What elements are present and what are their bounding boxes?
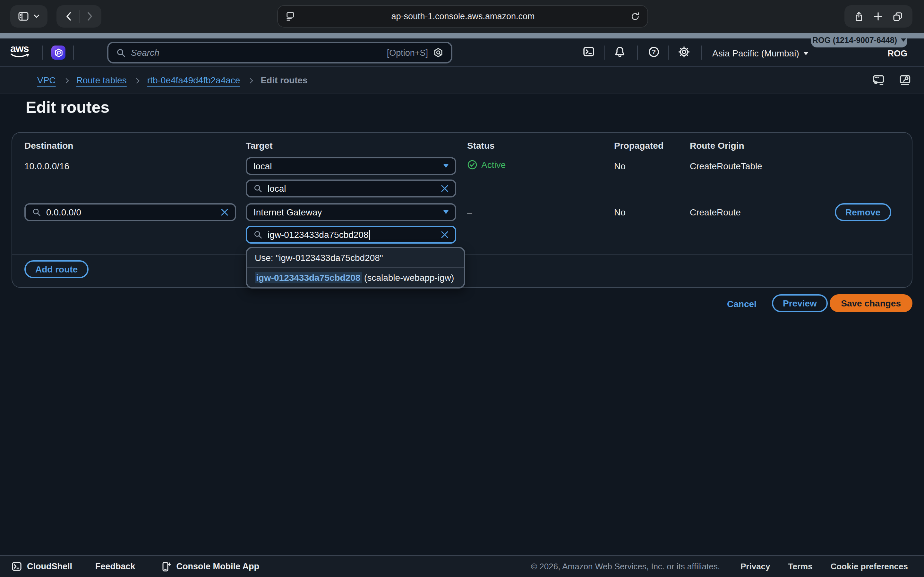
row1-status: Active — [467, 160, 506, 170]
console-search-input[interactable]: Search [Option+S] — [107, 42, 452, 63]
privacy-link[interactable]: Privacy — [740, 562, 771, 571]
url-text: ap-south-1.console.aws.amazon.com — [295, 11, 631, 21]
row2-destination-value: 0.0.0.0/0 — [46, 207, 81, 218]
aws-logo[interactable]: aws — [10, 44, 33, 58]
feedback-button[interactable]: Feedback — [95, 562, 136, 571]
row2-target-select[interactable]: Internet Gateway — [246, 203, 456, 221]
row2-route-origin: CreateRoute — [690, 207, 741, 218]
tab-overview-button[interactable] — [893, 11, 903, 21]
theme-strip — [0, 33, 924, 39]
suggestion-igw-option[interactable]: igw-0123433da75cbd208 (scalable-webapp-i… — [247, 268, 464, 287]
sidebar-icon — [18, 11, 29, 21]
select-caret-icon — [443, 210, 449, 214]
console-header: aws Search [Option+S] — [0, 39, 924, 67]
breadcrumb-separator — [134, 78, 140, 83]
add-route-button[interactable]: Add route — [24, 260, 89, 278]
account-menu-button[interactable]: ROG (1214-9007-6448) — [811, 33, 907, 47]
row1-route-origin: CreateRouteTable — [690, 161, 762, 171]
breadcrumb-separator — [248, 78, 253, 83]
routes-editor-panel: Destination Target Status Propagated Rou… — [11, 132, 913, 288]
remove-route-button[interactable]: Remove — [835, 203, 891, 221]
breadcrumb-route-table-id[interactable]: rtb-0e4fa49d4fb2a4ace — [147, 75, 240, 85]
col-header-destination: Destination — [24, 140, 73, 151]
region-selector[interactable]: Asia Pacific (Mumbai) — [712, 48, 809, 58]
clear-icon[interactable] — [221, 208, 228, 216]
sidebar-button-group — [10, 5, 47, 27]
header-divider — [701, 45, 702, 60]
row2-target-search-input[interactable]: igw-0123433da75cbd208 — [246, 226, 456, 243]
help-button[interactable]: ? — [648, 46, 660, 58]
row1-target-search-input[interactable]: local — [246, 179, 456, 197]
sidebar-menu-chevron[interactable] — [33, 14, 40, 19]
share-icon — [854, 11, 864, 22]
save-changes-button[interactable]: Save changes — [829, 294, 913, 312]
question-icon: ? — [648, 46, 660, 58]
breadcrumb-current: Edit routes — [260, 75, 307, 85]
side-nav-toggle[interactable] — [14, 76, 24, 84]
header-divider — [604, 45, 605, 60]
search-icon — [254, 230, 262, 239]
new-tab-button[interactable] — [873, 11, 883, 21]
breadcrumb-route-tables[interactable]: Route tables — [76, 75, 127, 85]
account-user-label: ROG — [887, 49, 907, 58]
account-label: ROG (1214-9007-6448) — [813, 35, 897, 45]
mobile-app-label: Console Mobile App — [176, 562, 260, 571]
address-bar[interactable]: ap-south-1.console.aws.amazon.com — [277, 5, 648, 27]
form-actions: Cancel Preview Save changes — [0, 294, 913, 312]
col-header-target: Target — [246, 140, 273, 151]
row2-destination-input[interactable]: 0.0.0.0/0 — [24, 203, 236, 221]
row1-status-text: Active — [481, 160, 506, 170]
page-settings-button[interactable] — [286, 11, 295, 21]
new-console-window-button[interactable] — [873, 74, 885, 86]
aws-smile-icon — [10, 53, 29, 58]
header-divider — [668, 45, 669, 60]
share-button[interactable] — [854, 11, 864, 22]
svg-text:?: ? — [652, 48, 656, 55]
services-grid-button[interactable] — [83, 47, 94, 58]
breadcrumb-separator — [63, 78, 69, 83]
suggestion-match-text: igw-0123433da75cbd208 — [255, 272, 362, 284]
clear-icon[interactable] — [441, 231, 449, 239]
region-label: Asia Pacific (Mumbai) — [712, 48, 799, 58]
diagnostics-tools-button[interactable] — [899, 74, 911, 86]
bell-icon — [614, 46, 626, 58]
page-title: Edit routes — [26, 98, 110, 117]
reload-icon — [631, 11, 640, 21]
nav-button-group — [57, 5, 102, 27]
service-icon[interactable] — [51, 45, 65, 60]
row2-propagated: No — [614, 207, 626, 218]
clear-icon[interactable] — [441, 185, 449, 192]
cookie-preferences-link[interactable]: Cookie preferences — [830, 562, 908, 571]
target-suggestion-menu: Use: "igw-0123433da75cbd208" igw-0123433… — [246, 247, 465, 288]
forward-button[interactable] — [79, 11, 100, 21]
suggestion-use-literal[interactable]: Use: "igw-0123433da75cbd208" — [247, 248, 464, 268]
cloudshell-footer-button[interactable]: CloudShell — [11, 562, 72, 571]
text-cursor — [369, 230, 370, 239]
back-button[interactable] — [58, 11, 79, 21]
reload-button[interactable] — [631, 11, 640, 21]
cancel-button[interactable]: Cancel — [727, 299, 756, 309]
console-footer: CloudShell Feedback Console Mobile App ©… — [0, 555, 924, 577]
vpc-service-icon — [53, 48, 63, 57]
search-icon — [116, 48, 126, 57]
check-circle-icon — [467, 160, 477, 170]
settings-button[interactable] — [678, 46, 690, 58]
copyright-text: © 2026, Amazon Web Services, Inc. or its… — [531, 562, 720, 571]
sidebar-toggle-button[interactable] — [18, 11, 29, 21]
tabs-icon — [893, 11, 903, 21]
console-mobile-app-button[interactable]: Console Mobile App — [161, 561, 260, 572]
preview-button[interactable]: Preview — [772, 294, 828, 312]
row2-target-search-value: igw-0123433da75cbd208 — [268, 229, 368, 240]
breadcrumb: VPC Route tables rtb-0e4fa49d4fb2a4ace E… — [37, 67, 308, 93]
terms-link[interactable]: Terms — [788, 562, 813, 571]
cloudshell-button[interactable] — [583, 46, 595, 57]
screen-wrench-icon — [899, 74, 911, 86]
search-shortcut: [Option+S] — [387, 48, 428, 57]
breadcrumb-vpc[interactable]: VPC — [37, 75, 56, 85]
browser-toolbar: ap-south-1.console.aws.amazon.com — [0, 0, 924, 33]
notifications-button[interactable] — [614, 46, 626, 58]
select-caret-icon — [443, 164, 449, 168]
search-icon — [254, 184, 262, 193]
header-divider — [42, 45, 43, 60]
row1-target-select[interactable]: local — [246, 157, 456, 175]
